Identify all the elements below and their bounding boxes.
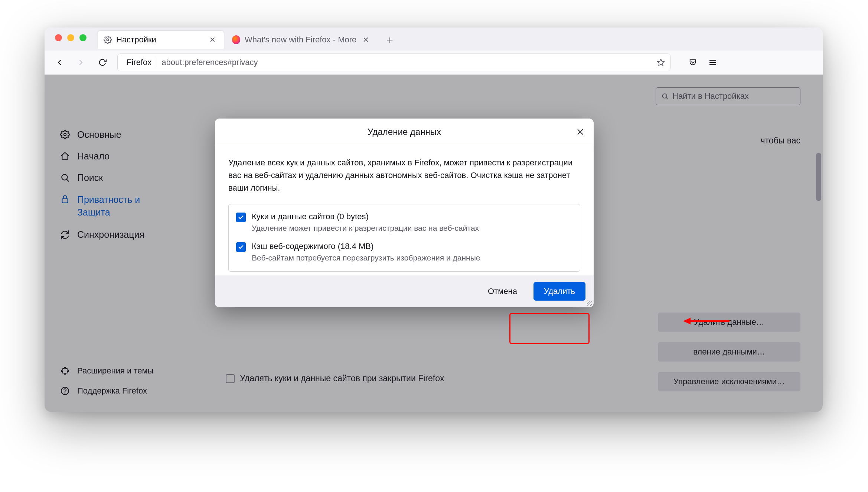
- option-cache: Кэш веб-содержимого (18.4 MB) Веб-сайтам…: [236, 242, 572, 262]
- cancel-button[interactable]: Отмена: [477, 282, 528, 301]
- option-subtitle: Веб-сайтам потребуется перезагрузить изо…: [252, 253, 480, 262]
- dialog-description: Удаление всех кук и данных сайтов, храни…: [228, 156, 580, 194]
- urlbar-text: about:preferences#privacy: [161, 58, 652, 67]
- check-icon: [238, 214, 244, 220]
- tab-label: Настройки: [116, 35, 156, 45]
- forward-button[interactable]: [74, 56, 88, 69]
- maximize-window-button[interactable]: [79, 34, 87, 41]
- dialog-options: Куки и данные сайтов (0 bytes) Удаление …: [228, 204, 580, 272]
- close-icon: [576, 128, 584, 136]
- content-area: Основные Начало Поиск: [45, 75, 823, 412]
- cache-checkbox[interactable]: [236, 242, 246, 252]
- close-tab-button[interactable]: ✕: [360, 34, 371, 46]
- menu-button[interactable]: [706, 56, 719, 69]
- url-bar[interactable]: Firefox about:preferences#privacy: [117, 54, 670, 71]
- new-tab-button[interactable]: ＋: [379, 30, 400, 50]
- tab-whats-new[interactable]: What's new with Firefox - More priva ✕: [226, 31, 377, 49]
- dialog-body: Удаление всех кук и данных сайтов, храни…: [215, 145, 594, 275]
- close-tab-button[interactable]: ✕: [207, 34, 218, 46]
- option-title: Кэш веб-содержимого (18.4 MB): [252, 242, 480, 251]
- bookmark-star-button[interactable]: [657, 58, 665, 67]
- option-subtitle: Удаление может привести к разрегистрации…: [252, 224, 479, 233]
- svg-marker-1: [657, 59, 664, 65]
- navbar: Firefox about:preferences#privacy: [45, 51, 823, 75]
- window-controls: [55, 34, 87, 41]
- annotation-arrow: [683, 315, 731, 327]
- cookies-checkbox[interactable]: [236, 213, 246, 222]
- check-icon: [238, 244, 244, 250]
- tab-label: What's new with Firefox - More priva: [245, 35, 356, 45]
- pocket-button[interactable]: [686, 56, 699, 69]
- firefox-icon: [232, 36, 240, 44]
- gear-icon: [104, 36, 112, 44]
- dialog-close-button[interactable]: [574, 125, 587, 139]
- option-title: Куки и данные сайтов (0 bytes): [252, 212, 479, 221]
- svg-point-0: [107, 39, 109, 41]
- urlbar-identity[interactable]: Firefox: [123, 58, 157, 67]
- titlebar: Настройки ✕ What's new with Firefox - Mo…: [45, 27, 823, 51]
- minimize-window-button[interactable]: [67, 34, 74, 41]
- navbar-right: [686, 56, 719, 69]
- resize-grip[interactable]: [586, 300, 592, 306]
- browser-window: Настройки ✕ What's new with Firefox - Mo…: [45, 27, 823, 412]
- dialog-title: Удаление данных: [368, 127, 441, 137]
- dialog-footer: Отмена Удалить: [215, 275, 594, 307]
- option-cookies: Куки и данные сайтов (0 bytes) Удаление …: [236, 212, 572, 233]
- clear-confirm-button[interactable]: Удалить: [533, 282, 585, 301]
- tab-settings[interactable]: Настройки ✕: [98, 31, 224, 49]
- reload-button[interactable]: [96, 56, 109, 69]
- svg-marker-16: [683, 318, 691, 324]
- close-window-button[interactable]: [55, 34, 62, 41]
- dialog-header: Удаление данных: [215, 119, 594, 145]
- urlbar-brand-label: Firefox: [127, 58, 151, 67]
- tabs-row: Настройки ✕ What's new with Firefox - Mo…: [98, 29, 400, 51]
- back-button[interactable]: [53, 56, 66, 69]
- clear-data-dialog: Удаление данных Удаление всех кук и данн…: [215, 119, 594, 307]
